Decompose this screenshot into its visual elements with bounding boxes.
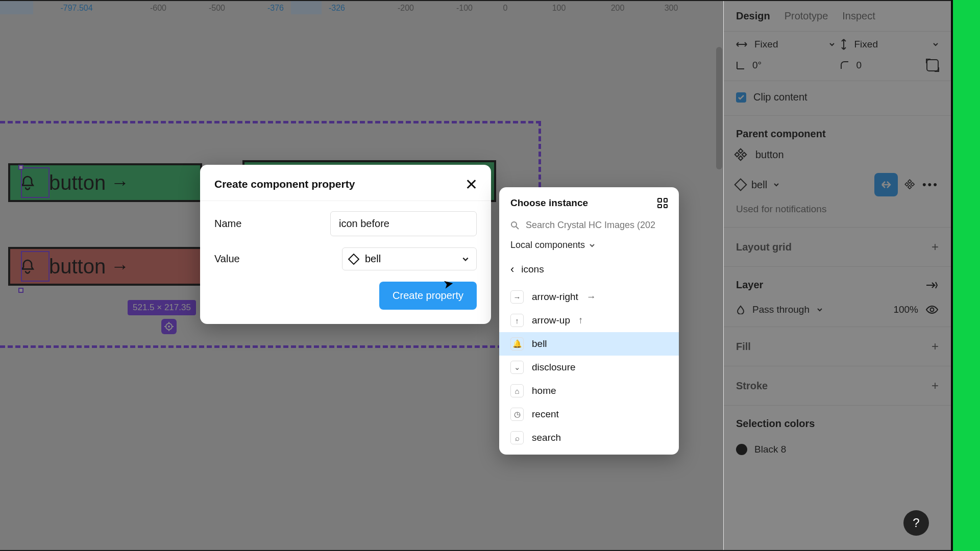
breadcrumb[interactable]: icons bbox=[521, 264, 544, 275]
layout-grid-section[interactable]: Layout grid + bbox=[724, 228, 951, 267]
instance-suffix: → bbox=[586, 291, 596, 303]
ruler-tick: -500 bbox=[209, 4, 225, 13]
instance-suffix: ↑ bbox=[578, 315, 583, 326]
blend-icon bbox=[736, 305, 745, 314]
ruler-tick: -376 bbox=[267, 4, 284, 13]
component-set-icon bbox=[736, 150, 746, 160]
grid-view-icon[interactable] bbox=[657, 198, 668, 208]
instance-item-arrow-right[interactable]: →arrow-right→ bbox=[499, 285, 679, 309]
instance-item-disclosure[interactable]: ⌄disclosure bbox=[499, 356, 679, 379]
local-components-label: Local components bbox=[510, 240, 585, 251]
color-name: Black 8 bbox=[754, 444, 786, 455]
instance-item-recent[interactable]: ◷recent bbox=[499, 403, 679, 426]
button-label: button bbox=[49, 255, 106, 278]
layer-label: Layer bbox=[736, 279, 763, 291]
go-to-main-icon[interactable] bbox=[906, 181, 914, 189]
svg-point-3 bbox=[511, 222, 517, 227]
instance-thumb: ⌂ bbox=[510, 384, 524, 397]
chevron-down-icon bbox=[817, 307, 823, 313]
value-select[interactable]: bell bbox=[342, 247, 477, 270]
instance-item-label: search bbox=[532, 432, 561, 443]
create-property-dialog: Create component property Name Value bel… bbox=[200, 165, 491, 324]
instance-dropdown[interactable]: bell bbox=[736, 179, 867, 191]
independent-corners-icon[interactable] bbox=[926, 59, 939, 71]
instance-item-label: home bbox=[532, 385, 556, 396]
instance-item-label: arrow-up bbox=[532, 315, 570, 326]
stroke-label: Stroke bbox=[736, 380, 768, 392]
clip-label: Clip content bbox=[753, 91, 807, 103]
instance-list: →arrow-right→↑arrow-up↑🔔bell⌄disclosure⌂… bbox=[499, 285, 679, 449]
height-mode[interactable]: Fixed bbox=[854, 39, 926, 50]
choose-instance-popover: Choose instance Local components ‹ icons… bbox=[499, 187, 679, 455]
angle-icon bbox=[736, 61, 745, 70]
dialog-title: Create component property bbox=[214, 178, 355, 190]
blend-mode[interactable]: Pass through bbox=[752, 304, 810, 315]
help-button[interactable]: ? bbox=[903, 510, 929, 536]
inspector-panel: Design Prototype Inspect Fixed Fixed bbox=[723, 1, 951, 550]
fill-section[interactable]: Fill + bbox=[724, 327, 951, 366]
value-field-label: Value bbox=[214, 253, 342, 265]
stroke-section[interactable]: Stroke + bbox=[724, 366, 951, 406]
instance-item-bell[interactable]: 🔔bell bbox=[499, 332, 679, 356]
eye-icon[interactable] bbox=[925, 303, 939, 316]
ruler-tick: -200 bbox=[398, 4, 414, 13]
instance-icon bbox=[734, 178, 747, 191]
tab-prototype[interactable]: Prototype bbox=[785, 10, 828, 22]
instance-item-label: recent bbox=[532, 409, 559, 420]
choose-instance-title: Choose instance bbox=[510, 197, 588, 209]
scrollbar[interactable] bbox=[715, 16, 723, 496]
instance-name-label: bell bbox=[751, 179, 767, 191]
ruler-tick: -600 bbox=[150, 4, 166, 13]
target-icon[interactable] bbox=[161, 319, 177, 334]
selection-handle[interactable] bbox=[18, 165, 23, 170]
layer-style-icon[interactable] bbox=[925, 280, 939, 290]
create-property-button[interactable]: Create property bbox=[379, 282, 477, 310]
ruler-tick: -100 bbox=[456, 4, 473, 13]
ruler-tick: 300 bbox=[665, 4, 678, 13]
parent-component-header: Parent component bbox=[724, 116, 951, 144]
layout-grid-label: Layout grid bbox=[736, 241, 792, 253]
selection-handle[interactable] bbox=[18, 288, 23, 293]
opacity-value[interactable]: 100% bbox=[893, 304, 918, 315]
radius-value[interactable]: 0 bbox=[856, 60, 862, 71]
search-icon bbox=[510, 221, 520, 230]
width-mode[interactable]: Fixed bbox=[754, 39, 822, 50]
horizontal-resize-icon bbox=[736, 41, 747, 48]
close-icon[interactable] bbox=[465, 179, 477, 190]
instance-item-search[interactable]: ⌕search bbox=[499, 426, 679, 449]
arrow-right-icon: → bbox=[111, 172, 129, 193]
tab-inspect[interactable]: Inspect bbox=[842, 10, 875, 22]
vertical-resize-icon bbox=[840, 39, 847, 50]
clip-checkbox[interactable] bbox=[736, 92, 746, 103]
instance-item-arrow-up[interactable]: ↑arrow-up↑ bbox=[499, 309, 679, 332]
instance-item-label: arrow-right bbox=[532, 291, 578, 303]
selection-edge bbox=[951, 0, 980, 551]
selection-colors-label: Selection colors bbox=[736, 418, 815, 430]
search-input[interactable] bbox=[526, 220, 668, 231]
ruler-tick: 100 bbox=[552, 4, 566, 13]
more-icon[interactable]: ••• bbox=[922, 178, 939, 191]
name-input[interactable] bbox=[330, 211, 477, 236]
svg-point-0 bbox=[930, 308, 934, 312]
tab-design[interactable]: Design bbox=[736, 10, 770, 22]
color-swatch[interactable] bbox=[736, 444, 747, 455]
rotation-value[interactable]: 0° bbox=[752, 60, 762, 71]
instance-item-home[interactable]: ⌂home bbox=[499, 379, 679, 403]
back-icon[interactable]: ‹ bbox=[510, 263, 514, 276]
instance-thumb: ⌕ bbox=[510, 431, 524, 444]
value-text: bell bbox=[365, 253, 381, 265]
instance-description: Used for notifications bbox=[724, 202, 951, 228]
instance-thumb: ↑ bbox=[510, 314, 524, 327]
scroll-thumb[interactable] bbox=[716, 47, 722, 169]
selection-box bbox=[21, 251, 50, 282]
chevron-down-icon bbox=[933, 41, 939, 47]
plus-icon[interactable]: + bbox=[932, 240, 939, 254]
plus-icon[interactable]: + bbox=[932, 339, 939, 354]
parent-component-name[interactable]: button bbox=[755, 149, 784, 161]
plus-icon[interactable]: + bbox=[932, 379, 939, 393]
swap-instance-button[interactable] bbox=[874, 173, 898, 196]
instance-icon bbox=[348, 253, 360, 265]
local-components-dropdown[interactable]: Local components bbox=[499, 240, 679, 261]
ruler: -797.504-600-500-376-326-200-10001002003… bbox=[0, 1, 723, 14]
button-label: button bbox=[49, 171, 106, 194]
